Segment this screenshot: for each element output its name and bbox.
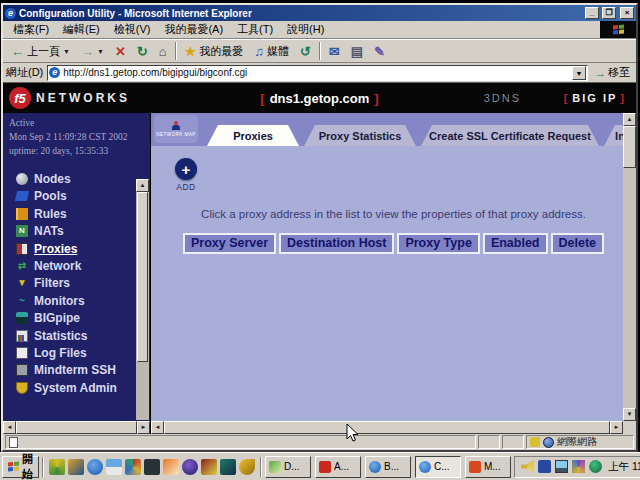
status-panel [502, 435, 524, 449]
quicklaunch-icon-7[interactable] [163, 459, 179, 475]
sidebar-vertical-scrollbar[interactable]: ▲ [136, 179, 149, 420]
sidebar-item-log-files[interactable]: Log Files [16, 344, 150, 361]
clock[interactable]: 上午 11:00 [608, 460, 640, 474]
add-icon[interactable]: + [175, 158, 197, 180]
display-icon[interactable] [555, 460, 568, 473]
back-button[interactable]: ← 上一頁 ▼ [6, 42, 75, 61]
scroll-right-icon[interactable]: ► [610, 421, 623, 434]
sidebar-item-bigpipe[interactable]: BIGpipe [16, 309, 150, 326]
favorites-button[interactable]: ★ 我的最愛 [180, 42, 249, 61]
quicklaunch-icon-5[interactable] [125, 459, 141, 475]
volume-icon[interactable] [521, 460, 534, 473]
content-vertical-scrollbar[interactable]: ▲ ▼ [623, 113, 636, 421]
scroll-up-icon[interactable]: ▲ [136, 179, 149, 192]
start-button[interactable]: 開始 [2, 456, 39, 478]
stop-button[interactable]: ✕ [110, 43, 131, 60]
scroll-left-icon[interactable]: ◄ [151, 421, 164, 434]
media-button[interactable]: ♫ 媒體 [249, 42, 294, 61]
menu-file[interactable]: 檔案(F) [6, 21, 56, 38]
sidebar-horizontal-scrollbar[interactable]: ◄ ► [3, 421, 150, 434]
address-dropdown-icon[interactable]: ▼ [572, 66, 586, 80]
tab-proxy-statistics[interactable]: Proxy Statistics [304, 125, 416, 146]
home-button[interactable]: ⌂ [154, 43, 172, 60]
go-button[interactable]: → 移至 [592, 65, 633, 80]
quicklaunch-icon-8[interactable] [182, 459, 198, 475]
tab-create-ssl-certificate-request[interactable]: Create SSL Certificate Request [421, 125, 599, 146]
network-map-button[interactable]: NETWORK MAP [154, 115, 198, 143]
quicklaunch-icon-6[interactable] [144, 459, 160, 475]
sidebar-item-statistics[interactable]: Statistics [16, 327, 150, 344]
menu-favorites[interactable]: 我的最愛(A) [157, 21, 230, 38]
stop-icon: ✕ [115, 45, 126, 58]
close-button[interactable]: × [620, 7, 634, 19]
refresh-button[interactable]: ↻ [132, 43, 153, 60]
menu-edit[interactable]: 編輯(E) [56, 21, 107, 38]
quicklaunch-icon-10[interactable] [220, 459, 236, 475]
task-button-3[interactable]: B... [365, 456, 411, 478]
scroll-down-icon[interactable]: ▼ [623, 408, 636, 421]
tab-proxies[interactable]: Proxies [207, 125, 299, 146]
task-button-4[interactable]: C... [415, 456, 461, 478]
forward-button[interactable]: → ▼ [76, 43, 109, 60]
sidebar-item-nats[interactable]: NNATs [16, 222, 150, 239]
tray-icon-5[interactable] [589, 460, 602, 473]
restore-button[interactable]: ❐ [602, 7, 616, 19]
document-icon [9, 437, 18, 448]
menu-help[interactable]: 說明(H) [280, 21, 331, 38]
menu-view[interactable]: 檢視(V) [107, 21, 158, 38]
add-control[interactable]: + ADD [173, 158, 199, 192]
system-tray: 上午 11:00 [514, 456, 640, 478]
quicklaunch-icon-9[interactable] [201, 459, 217, 475]
sidebar-item-network[interactable]: ⇄Network [16, 257, 150, 274]
content-horizontal-scrollbar[interactable]: ◄ ► [151, 421, 623, 434]
sidebar-item-pools[interactable]: Pools [16, 188, 150, 205]
minimize-button[interactable]: _ [585, 7, 599, 19]
tray-icon-4[interactable] [572, 460, 585, 473]
tray-icon-2[interactable] [538, 460, 551, 473]
sidebar-item-system-admin[interactable]: System Admin [16, 379, 150, 396]
forward-dropdown-icon[interactable]: ▼ [97, 48, 104, 55]
scroll-up-icon[interactable]: ▲ [623, 113, 636, 126]
quicklaunch-icon-11[interactable] [239, 459, 255, 475]
taskbar: 開始 D... A... B... C... M... 上午 11:00 [0, 452, 640, 480]
ie-icon: e [5, 8, 16, 19]
quicklaunch-icon-2[interactable] [68, 459, 84, 475]
scrollbar-thumb[interactable] [137, 192, 148, 362]
quicklaunch-icon-4[interactable] [106, 459, 122, 475]
scrollbar-track[interactable] [623, 168, 636, 408]
page-favicon: e [49, 67, 60, 78]
column-destination-host[interactable]: Destination Host [279, 233, 394, 254]
column-delete[interactable]: Delete [551, 233, 605, 254]
sidebar-item-mindterm-ssh[interactable]: Mindterm SSH [16, 362, 150, 379]
taskbar-separator [260, 457, 262, 477]
column-proxy-type[interactable]: Proxy Type [397, 233, 479, 254]
quicklaunch-icon-3[interactable] [87, 459, 103, 475]
title-bar[interactable]: e Configuration Utility - Microsoft Inte… [3, 5, 636, 21]
sidebar-item-rules[interactable]: Rules [16, 205, 150, 222]
edit-button[interactable]: ✎ [369, 43, 390, 60]
history-button[interactable]: ↺ [295, 43, 316, 60]
sidebar-item-filters[interactable]: ▼Filters [16, 275, 150, 292]
task-button-2[interactable]: A... [315, 456, 361, 478]
system-admin-icon [16, 382, 28, 394]
print-button[interactable]: ▤ [346, 43, 368, 60]
scroll-left-icon[interactable]: ◄ [3, 421, 16, 434]
mail-button[interactable]: ✉ [324, 43, 345, 60]
menu-tools[interactable]: 工具(T) [230, 21, 280, 38]
column-proxy-server[interactable]: Proxy Server [183, 233, 276, 254]
address-input[interactable]: e http://dns1.getop.com/bigipgui/bigconf… [47, 65, 588, 81]
quicklaunch-icon-1[interactable] [49, 459, 65, 475]
scrollbar-thumb[interactable] [16, 421, 137, 434]
sidebar-item-monitors[interactable]: ~Monitors [16, 292, 150, 309]
column-enabled[interactable]: Enabled [483, 233, 548, 254]
task-button-1[interactable]: D... [265, 456, 311, 478]
sidebar-item-nodes[interactable]: Nodes [16, 170, 150, 187]
address-label: 網址(D) [6, 65, 43, 80]
scrollbar-thumb[interactable] [164, 421, 610, 434]
scroll-right-icon[interactable]: ► [137, 421, 150, 434]
scrollbar-thumb[interactable] [623, 126, 636, 168]
task-button-5[interactable]: M... [465, 456, 511, 478]
sidebar-item-proxies[interactable]: Proxies [16, 240, 150, 257]
back-dropdown-icon[interactable]: ▼ [63, 48, 70, 55]
url-text[interactable]: http://dns1.getop.com/bigipgui/bigconf.c… [63, 67, 569, 78]
